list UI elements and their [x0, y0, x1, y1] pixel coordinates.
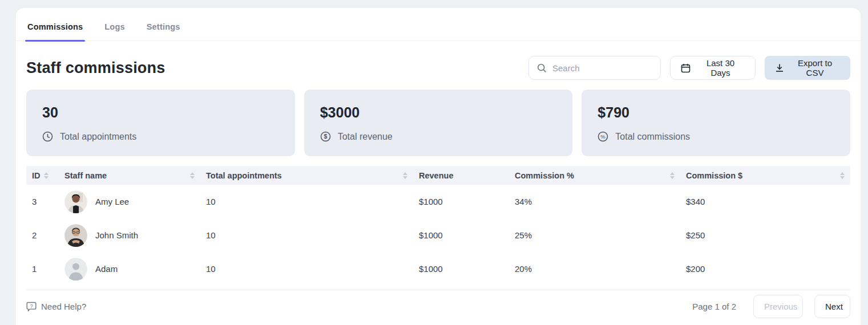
staff-name: Adam: [95, 264, 118, 274]
column-header-revenue[interactable]: Revenue: [413, 171, 509, 180]
search-icon: [537, 63, 547, 73]
sort-icon[interactable]: [44, 172, 49, 179]
staff-name: Amy Lee: [95, 197, 129, 206]
cell-appointments: 10: [200, 264, 413, 274]
table-row[interactable]: 3 Amy Lee 10 $1000: [26, 185, 850, 218]
clock-icon: [42, 131, 53, 142]
date-range-button[interactable]: Last 30 Days: [670, 56, 756, 80]
cell-commission-pct: 34%: [509, 197, 680, 206]
tab-bar: Commissions Logs Settings: [16, 8, 861, 41]
stat-card-total-appointments: 30 Total appointments: [26, 90, 295, 156]
need-help-label: Need Help?: [41, 302, 86, 311]
search-box[interactable]: [528, 56, 661, 80]
stat-label: Total commissions: [615, 132, 690, 142]
download-icon: [775, 63, 784, 72]
cell-staff-name: Amy Lee: [59, 190, 200, 213]
cell-commission-pct: 20%: [509, 264, 680, 274]
cell-revenue: $1000: [413, 264, 509, 274]
tab-commissions[interactable]: Commissions: [26, 22, 84, 40]
cell-revenue: $1000: [413, 230, 509, 240]
avatar: [64, 258, 87, 281]
stat-card-total-revenue: $3000 $ Total revenue: [304, 90, 573, 156]
stat-label: Total appointments: [60, 132, 136, 142]
sort-icon[interactable]: [840, 172, 845, 179]
tab-settings[interactable]: Settings: [146, 22, 181, 40]
cell-id: 1: [26, 264, 59, 274]
cell-id: 2: [26, 230, 59, 240]
svg-text:$: $: [324, 133, 327, 140]
column-header-id[interactable]: ID: [26, 171, 59, 180]
table-header-row: ID Staff name Total appointments Revenue…: [26, 166, 850, 185]
column-header-commission-usd[interactable]: Commission $: [680, 171, 850, 180]
stat-card-total-commissions: $790 % Total commissions: [582, 90, 850, 156]
column-header-staff-name[interactable]: Staff name: [59, 171, 200, 180]
main-panel: Commissions Logs Settings Staff commissi…: [16, 8, 861, 325]
search-input[interactable]: [552, 63, 652, 73]
column-header-total-appointments[interactable]: Total appointments: [200, 171, 413, 180]
pagination: Page 1 of 2 Previous Next: [692, 295, 850, 318]
table-footer: ? Need Help? Page 1 of 2 Previous Next: [26, 290, 850, 323]
tab-logs[interactable]: Logs: [103, 22, 126, 40]
page-header: Staff commissions: [26, 56, 850, 80]
cell-staff-name: Adam: [59, 258, 200, 281]
calendar-icon: [681, 63, 691, 73]
stat-value: $3000: [320, 104, 557, 121]
cell-commission-usd: $200: [680, 264, 850, 274]
svg-text:?: ?: [30, 303, 33, 308]
dollar-circle-icon: $: [320, 131, 331, 142]
stat-label: Total revenue: [338, 132, 393, 142]
avatar: [64, 190, 87, 213]
need-help-link[interactable]: ? Need Help?: [26, 302, 86, 312]
help-bubble-icon: ?: [26, 302, 37, 312]
cell-staff-name: John Smith: [59, 224, 200, 247]
export-csv-label: Export to CSV: [790, 58, 840, 78]
percent-circle-icon: %: [597, 131, 608, 142]
sort-icon[interactable]: [403, 172, 407, 179]
commissions-table: ID Staff name Total appointments Revenue…: [26, 166, 850, 286]
cell-appointments: 10: [200, 197, 413, 206]
table-row[interactable]: 1 Adam 10 $1000 20% $200: [26, 252, 850, 286]
header-controls: Last 30 Days Export to CSV: [528, 56, 850, 80]
export-csv-button[interactable]: Export to CSV: [765, 56, 850, 80]
cell-commission-usd: $340: [680, 197, 850, 206]
page-title: Staff commissions: [26, 59, 165, 77]
cell-revenue: $1000: [413, 197, 509, 206]
cell-commission-pct: 25%: [509, 230, 680, 240]
stat-value: $790: [597, 104, 834, 121]
cell-commission-usd: $250: [680, 230, 850, 240]
previous-page-button[interactable]: Previous: [753, 295, 803, 318]
sort-icon[interactable]: [190, 172, 195, 179]
next-page-button[interactable]: Next: [814, 295, 850, 318]
sort-icon[interactable]: [670, 172, 675, 179]
cell-id: 3: [26, 197, 59, 206]
staff-name: John Smith: [95, 230, 138, 240]
date-range-label: Last 30 Days: [696, 58, 745, 78]
avatar: [64, 224, 87, 247]
svg-text:%: %: [601, 133, 606, 140]
stat-value: 30: [42, 104, 279, 121]
column-header-commission-pct[interactable]: Commission %: [509, 171, 680, 180]
stat-cards: 30 Total appointments $3000: [26, 90, 850, 156]
page-info: Page 1 of 2: [692, 302, 736, 311]
table-row[interactable]: 2 John Smith: [26, 218, 850, 252]
cell-appointments: 10: [200, 230, 413, 240]
